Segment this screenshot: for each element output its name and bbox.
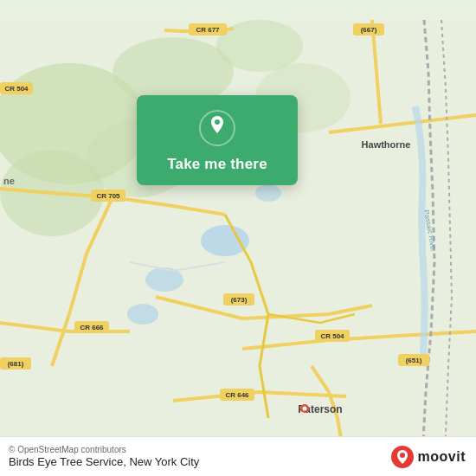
take-me-there-button[interactable]: Take me there bbox=[167, 156, 267, 173]
svg-text:CR 646: CR 646 bbox=[225, 391, 249, 399]
svg-text:(651): (651) bbox=[406, 357, 422, 364]
svg-text:Hawthorne: Hawthorne bbox=[362, 139, 411, 150]
moovit-text: moovit bbox=[418, 449, 466, 465]
osm-credit: © OpenStreetMap contributors bbox=[9, 445, 199, 454]
location-card: Take me there bbox=[137, 95, 298, 185]
location-name: Birds Eye Tree Service, New York City bbox=[9, 455, 199, 468]
svg-text:CR 705: CR 705 bbox=[96, 192, 120, 200]
svg-point-8 bbox=[145, 267, 183, 292]
svg-text:CR 504: CR 504 bbox=[4, 85, 29, 93]
svg-text:CR 666: CR 666 bbox=[80, 324, 104, 331]
svg-point-7 bbox=[201, 225, 249, 256]
svg-point-38 bbox=[215, 119, 220, 125]
svg-text:(667): (667) bbox=[361, 26, 377, 34]
moovit-logo: moovit bbox=[390, 445, 466, 469]
bottom-bar: © OpenStreetMap contributors Birds Eye T… bbox=[0, 436, 476, 476]
location-pin-icon bbox=[198, 109, 236, 147]
svg-text:CR 677: CR 677 bbox=[196, 26, 220, 34]
svg-text:ne: ne bbox=[3, 176, 15, 186]
svg-text:CR 504: CR 504 bbox=[320, 332, 344, 340]
svg-text:(673): (673) bbox=[231, 296, 248, 304]
bottom-left: © OpenStreetMap contributors Birds Eye T… bbox=[9, 445, 199, 468]
svg-text:(681): (681) bbox=[8, 360, 24, 368]
svg-point-10 bbox=[255, 184, 281, 202]
svg-point-40 bbox=[400, 453, 405, 458]
svg-point-34 bbox=[303, 407, 307, 411]
map-svg: CR 677 (667) CR 504 CR 705 (673) CR 666 … bbox=[0, 0, 476, 476]
svg-point-9 bbox=[127, 304, 158, 325]
map-container: CR 677 (667) CR 504 CR 705 (673) CR 666 … bbox=[0, 0, 476, 476]
moovit-icon bbox=[390, 445, 415, 469]
